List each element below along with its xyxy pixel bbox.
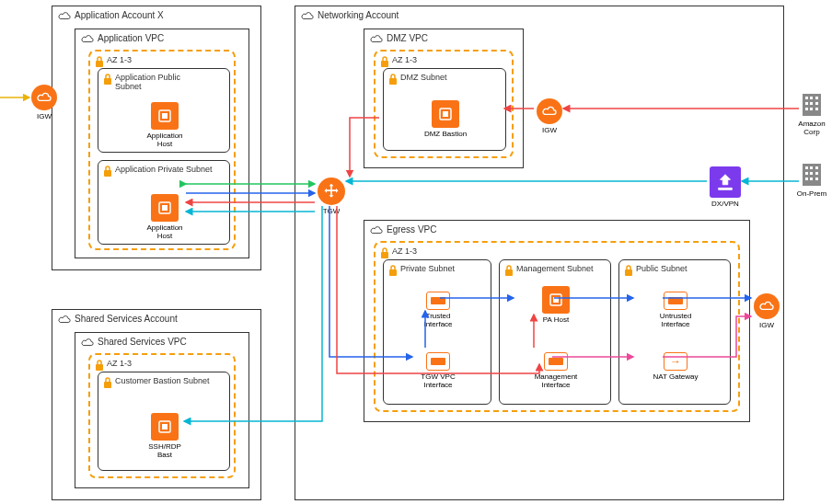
vpc-title: Application VPC (98, 33, 164, 43)
az-box: AZ 1-3 Private Subnet Trusted Interface … (374, 241, 740, 412)
lock-icon (503, 264, 514, 277)
lock-icon (102, 165, 113, 178)
svg-rect-10 (162, 424, 168, 430)
cloud-icon (58, 315, 71, 324)
svg-rect-34 (815, 166, 818, 169)
tgw-icon (318, 178, 345, 205)
cloud-icon (370, 34, 383, 43)
az-label: AZ 1-3 (392, 55, 417, 64)
vpc-title: Egress VPC (387, 224, 436, 235)
bastion-subnet: Customer Bastion Subnet SSH/RDP Bast (98, 372, 230, 471)
igw-icon (754, 293, 780, 319)
svg-rect-8 (104, 382, 111, 388)
svg-rect-19 (553, 297, 559, 303)
node-label: PA Host (533, 315, 579, 324)
eni-icon (426, 292, 450, 310)
svg-rect-17 (505, 269, 513, 276)
lock-icon (623, 264, 634, 277)
igw-label: IGW (744, 321, 790, 329)
svg-rect-29 (810, 108, 813, 110)
az-box: AZ 1-3 Customer Bastion Subnet SSH/RDP B… (88, 353, 236, 478)
svg-rect-27 (815, 102, 818, 105)
shared-services-account-box: Shared Services Account Shared Services … (52, 309, 261, 500)
svg-rect-33 (810, 166, 813, 169)
lock-icon (102, 376, 113, 389)
svg-rect-30 (815, 108, 818, 110)
node-label: DMZ Bastion (422, 130, 468, 138)
svg-rect-16 (389, 269, 397, 276)
svg-rect-28 (805, 108, 808, 110)
svg-rect-24 (815, 97, 818, 99)
az-label: AZ 1-3 (107, 359, 132, 368)
node-label: Untrusted Interface (653, 312, 699, 328)
building-icon (801, 162, 823, 188)
node-label: Management Interface (533, 372, 579, 389)
shared-services-vpc-box: Shared Services VPC AZ 1-3 Customer Bast… (75, 332, 249, 488)
svg-rect-38 (805, 178, 808, 180)
egress-private-subnet: Private Subnet Trusted Interface TGW VPC… (383, 259, 491, 405)
subnet-title: Public Subnet (636, 264, 688, 273)
eni-icon (664, 292, 688, 310)
svg-rect-4 (104, 170, 111, 177)
svg-rect-6 (162, 205, 168, 211)
svg-rect-32 (805, 166, 808, 169)
account-title: Shared Services Account (75, 314, 178, 324)
svg-rect-39 (810, 178, 813, 180)
svg-rect-40 (815, 178, 818, 180)
cloud-icon (58, 11, 71, 20)
lock-icon (379, 55, 390, 68)
node-label: Application Host (142, 132, 188, 148)
lock-icon (379, 246, 390, 259)
vpc-title: Shared Services VPC (98, 337, 187, 347)
igw-label: IGW (21, 112, 67, 120)
node-label: Trusted Interface (415, 312, 461, 328)
node-label: NAT Gateway (653, 372, 699, 381)
svg-rect-20 (625, 269, 632, 276)
lock-icon (102, 73, 113, 86)
subnet-title: Application Private Subnet (115, 165, 216, 174)
ec2-icon (151, 413, 179, 441)
vpc-title: DMZ VPC (387, 33, 428, 43)
node-label: Application Host (142, 223, 188, 240)
ec2-icon (151, 102, 179, 130)
building-label: Amazon Corp (793, 120, 830, 136)
igw-label: IGW (526, 126, 572, 134)
az-label: AZ 1-3 (392, 246, 417, 256)
svg-rect-1 (104, 78, 111, 85)
lock-icon (94, 359, 105, 372)
az-box: AZ 1-3 DMZ Subnet DMZ Bastion (374, 50, 514, 158)
egress-public-subnet: Public Subnet Untrusted Interface NAT Ga… (618, 259, 731, 405)
subnet-title: Application Public Subnet (115, 73, 207, 91)
svg-rect-15 (381, 252, 388, 258)
subnet-title: DMZ Subnet (400, 73, 447, 82)
account-title: Application Account X (75, 10, 164, 20)
igw-icon (31, 85, 57, 110)
eni-icon (426, 352, 450, 371)
egress-mgmt-subnet: Management Subnet PA Host Management Int… (499, 259, 611, 405)
dmz-subnet: DMZ Subnet DMZ Bastion (383, 68, 506, 151)
cloud-icon (301, 11, 314, 20)
ec2-icon (542, 286, 570, 314)
lock-icon (94, 55, 105, 68)
az-box: AZ 1-3 Application Public Subnet Applica… (88, 50, 236, 250)
subnet-title: Private Subnet (400, 264, 455, 273)
cloud-icon (81, 34, 94, 43)
dxvpn-label: DX/VPN (702, 200, 748, 208)
lock-icon (387, 73, 399, 86)
application-vpc-box: Application VPC AZ 1-3 Application Publi… (75, 29, 249, 258)
svg-rect-22 (805, 97, 808, 99)
svg-rect-25 (805, 102, 808, 105)
svg-rect-14 (443, 111, 448, 117)
egress-vpc-box: Egress VPC AZ 1-3 Private Subnet Trusted… (364, 220, 750, 422)
igw-icon (537, 98, 562, 124)
lock-icon (387, 264, 399, 277)
svg-rect-11 (381, 61, 388, 67)
building-label: On-Prem (793, 189, 830, 198)
svg-rect-0 (96, 61, 103, 67)
svg-rect-35 (805, 172, 808, 175)
svg-rect-36 (810, 172, 813, 175)
ec2-icon (432, 100, 459, 128)
az-label: AZ 1-3 (107, 55, 132, 64)
cloud-icon (81, 338, 94, 347)
svg-rect-7 (96, 364, 103, 371)
